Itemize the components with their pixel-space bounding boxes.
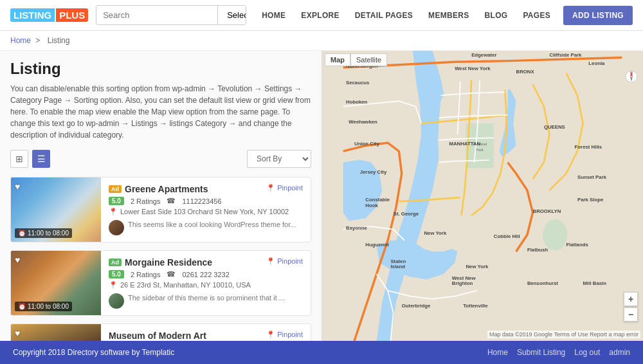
pinpoint-link-2[interactable]: 📍 Pinpoint bbox=[266, 257, 303, 266]
footer-link-submit[interactable]: Submit Listing bbox=[517, 348, 565, 357]
address-text-1: Lower East Side 103 Orchard St New York,… bbox=[120, 208, 289, 215]
svg-text:Staten: Staten bbox=[390, 259, 406, 264]
clock-icon-2: ⏰ bbox=[18, 303, 26, 310]
svg-text:St. George: St. George bbox=[394, 211, 419, 217]
favorite-button-2[interactable]: ♥ bbox=[15, 255, 20, 265]
time-badge-1: ⏰ 11:00 to 08:00 bbox=[15, 228, 72, 238]
card-meta-2: 5.0 2 Ratings ☎ 0261 222 3232 bbox=[109, 270, 303, 278]
card-header-3: Museum of Modern Art 📍 Pinpoint bbox=[109, 331, 303, 341]
breadcrumb-home[interactable]: Home bbox=[10, 36, 31, 45]
time-text-1: 11:00 to 08:00 bbox=[28, 230, 69, 237]
sort-select[interactable]: Sort By bbox=[247, 150, 311, 168]
grid-view-button[interactable]: ⊞ bbox=[10, 150, 28, 168]
address-text-2: 26 E 23rd St, Manhattan, NY 10010, USA bbox=[120, 281, 251, 289]
footer: Copyright 2018 Directory software by Tem… bbox=[0, 341, 643, 364]
logo-plus-text: PLUS bbox=[56, 8, 88, 22]
phone-2: 0261 222 3232 bbox=[182, 271, 229, 278]
zoom-in-button[interactable]: + bbox=[624, 292, 638, 306]
card-body-2: Ad Morgaine Residence 📍 Pinpoint 5.0 2 R… bbox=[101, 251, 311, 315]
map-container[interactable]: Central Park bbox=[322, 51, 643, 341]
time-badge-2: ⏰ 11:00 to 08:00 bbox=[15, 302, 72, 311]
map-tabs: Map Satellite bbox=[325, 53, 387, 66]
footer-link-admin[interactable]: admin bbox=[609, 348, 630, 357]
rating-badge-2: 5.0 bbox=[109, 270, 124, 278]
nav-pages[interactable]: PAGES bbox=[515, 0, 558, 31]
nav-blog[interactable]: BLOG bbox=[477, 0, 516, 31]
footer-copyright: Copyright 2018 Directory software by Tem… bbox=[13, 348, 174, 357]
svg-text:Hoboken: Hoboken bbox=[346, 99, 368, 105]
listing-image-1: ♥ ⏰ 11:00 to 08:00 bbox=[11, 177, 101, 242]
svg-text:Weehawken: Weehawken bbox=[349, 119, 377, 125]
search-input[interactable] bbox=[96, 6, 217, 24]
svg-text:Forest Hills: Forest Hills bbox=[575, 144, 602, 150]
clock-icon-1: ⏰ bbox=[18, 230, 26, 237]
map-tab-map[interactable]: Map bbox=[325, 53, 350, 66]
listing-title-2[interactable]: Morgaine Residence bbox=[125, 257, 212, 268]
rating-count-1: 2 Ratings bbox=[131, 197, 160, 205]
listing-badge-2: Ad bbox=[109, 259, 122, 266]
page-title: Listing bbox=[10, 60, 311, 78]
nav-explore[interactable]: EXPLORE bbox=[293, 0, 347, 31]
favorite-button-1[interactable]: ♥ bbox=[15, 181, 20, 192]
listing-panel: Listing You can disable/enable this sort… bbox=[0, 51, 322, 341]
map-credit: Map data ©2019 Google Terms of Use Repor… bbox=[487, 331, 640, 338]
avatar-2 bbox=[109, 293, 124, 309]
svg-text:Hook: Hook bbox=[365, 203, 378, 208]
svg-text:Park Slope: Park Slope bbox=[577, 197, 604, 203]
pinpoint-link-1[interactable]: 📍 Pinpoint bbox=[266, 184, 303, 192]
time-text-2: 11:00 to 08:00 bbox=[28, 303, 69, 310]
svg-text:Cobble Hill: Cobble Hill bbox=[494, 233, 520, 239]
svg-text:Park: Park bbox=[475, 148, 484, 152]
svg-text:Cliffside Park: Cliffside Park bbox=[550, 52, 582, 58]
svg-text:Flatbush: Flatbush bbox=[527, 247, 548, 253]
rating-count-2: 2 Ratings bbox=[131, 271, 160, 278]
list-view-button[interactable]: ☰ bbox=[32, 150, 50, 168]
svg-text:West New York: West New York bbox=[455, 66, 491, 71]
listing-title-1[interactable]: Greene Apartments bbox=[125, 184, 208, 194]
map-panel: Central Park bbox=[322, 51, 643, 341]
map-compass: N bbox=[625, 70, 638, 83]
card-body-1: Ad Greene Apartments 📍 Pinpoint 5.0 2 Ra… bbox=[101, 177, 311, 242]
nav-home[interactable]: HOME bbox=[254, 0, 293, 31]
logo[interactable]: LISTINGPLUS bbox=[10, 8, 88, 22]
svg-text:Island: Island bbox=[390, 264, 405, 269]
address-icon-1: 📍 bbox=[109, 208, 118, 216]
zoom-out-button[interactable]: − bbox=[624, 307, 638, 322]
svg-text:Huguenot: Huguenot bbox=[365, 242, 389, 248]
svg-text:Brighton: Brighton bbox=[452, 280, 473, 286]
card-address-1: 📍 Lower East Side 103 Orchard St New Yor… bbox=[109, 208, 303, 216]
map-controls: + − bbox=[624, 292, 638, 322]
card-title-area-3: Museum of Modern Art bbox=[109, 331, 206, 341]
breadcrumb-separator: > bbox=[35, 36, 40, 45]
svg-text:Leonia: Leonia bbox=[588, 60, 605, 66]
listing-badge-1: Ad bbox=[109, 185, 122, 193]
address-icon-2: 📍 bbox=[109, 281, 118, 289]
card-header-1: Ad Greene Apartments 📍 Pinpoint bbox=[109, 184, 303, 194]
listing-card-1: ♥ ⏰ 11:00 to 08:00 Ad Greene Apartments … bbox=[10, 177, 311, 242]
listing-image-2: ♥ ⏰ 11:00 to 08:00 bbox=[11, 251, 101, 315]
pinpoint-link-3[interactable]: 📍 Pinpoint bbox=[266, 331, 303, 339]
favorite-button-3[interactable]: ♥ bbox=[15, 328, 20, 338]
svg-text:Mill Basin: Mill Basin bbox=[583, 280, 607, 286]
card-title-area-2: Ad Morgaine Residence bbox=[109, 257, 212, 268]
footer-link-logout[interactable]: Log out bbox=[574, 348, 600, 357]
view-controls: ⊞ ☰ Sort By bbox=[10, 150, 311, 168]
card-address-2: 📍 26 E 23rd St, Manhattan, NY 10010, USA bbox=[109, 281, 303, 289]
svg-text:New York: New York bbox=[424, 230, 446, 236]
nav-members[interactable]: MEMBERS bbox=[421, 0, 476, 31]
footer-link-home[interactable]: Home bbox=[487, 348, 508, 357]
card-excerpt-1: This seems like a cool looking WordPress… bbox=[128, 220, 296, 230]
svg-text:BROOKLYN: BROOKLYN bbox=[533, 208, 561, 214]
svg-text:QUEENS: QUEENS bbox=[544, 124, 565, 130]
footer-links: Home Submit Listing Log out admin bbox=[487, 348, 630, 357]
add-listing-button[interactable]: Add Listing bbox=[563, 6, 633, 25]
nav-detail-pages[interactable]: DETAIL PAGES bbox=[347, 0, 421, 31]
listing-title-3[interactable]: Museum of Modern Art bbox=[109, 331, 206, 341]
svg-point-4 bbox=[543, 219, 567, 251]
svg-text:Tottenville
        Arverne
  : Tottenville Arverne Bayswater Linden Per… bbox=[463, 303, 488, 309]
listing-card-3: ♥ ⏰ 11:00 to 08:00 Museum of Modern Art … bbox=[10, 323, 311, 341]
svg-text:Jersey City: Jersey City bbox=[360, 169, 387, 175]
svg-text:Bensonhurst: Bensonhurst bbox=[527, 280, 558, 286]
category-select[interactable]: Select Category bbox=[217, 6, 246, 24]
map-tab-satellite[interactable]: Satellite bbox=[350, 53, 387, 66]
